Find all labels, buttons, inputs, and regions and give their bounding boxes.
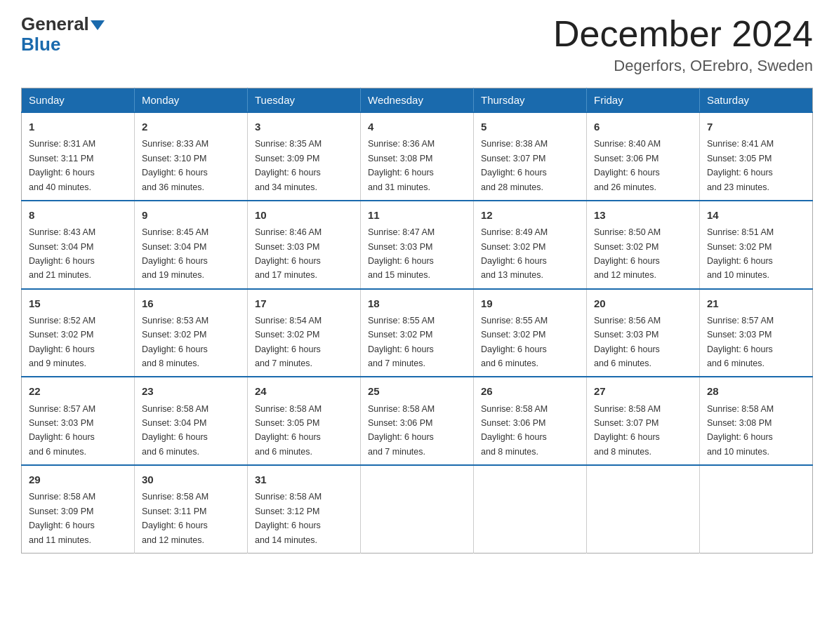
day-info: Sunrise: 8:58 AMSunset: 3:08 PMDaylight:… [707,404,774,457]
day-number: 31 [255,471,353,488]
day-cell: 31 Sunrise: 8:58 AMSunset: 3:12 PMDaylig… [248,465,361,553]
day-info: Sunrise: 8:33 AMSunset: 3:10 PMDaylight:… [142,139,208,192]
day-info: Sunrise: 8:53 AMSunset: 3:02 PMDaylight:… [142,316,208,368]
day-info: Sunrise: 8:49 AMSunset: 3:02 PMDaylight:… [481,227,548,280]
day-cell: 22 Sunrise: 8:57 AMSunset: 3:03 PMDaylig… [22,377,135,465]
header-thursday: Thursday [474,88,587,113]
day-cell [700,465,813,553]
day-cell: 13 Sunrise: 8:50 AMSunset: 3:02 PMDaylig… [587,201,700,289]
day-number: 7 [707,119,805,135]
day-cell: 30 Sunrise: 8:58 AMSunset: 3:11 PMDaylig… [135,465,248,553]
day-info: Sunrise: 8:54 AMSunset: 3:02 PMDaylight:… [255,316,322,368]
day-info: Sunrise: 8:58 AMSunset: 3:06 PMDaylight:… [368,404,435,457]
header-wednesday: Wednesday [361,88,474,113]
day-info: Sunrise: 8:58 AMSunset: 3:07 PMDaylight:… [594,404,661,457]
day-info: Sunrise: 8:55 AMSunset: 3:02 PMDaylight:… [481,316,548,368]
day-number: 5 [481,119,579,135]
header-friday: Friday [587,88,700,113]
day-number: 20 [594,295,692,311]
day-cell: 25 Sunrise: 8:58 AMSunset: 3:06 PMDaylig… [361,377,474,465]
day-number: 4 [368,119,466,135]
day-number: 11 [368,207,466,223]
week-row-1: 1 Sunrise: 8:31 AMSunset: 3:11 PMDayligh… [22,112,813,201]
day-info: Sunrise: 8:58 AMSunset: 3:11 PMDaylight:… [142,492,208,544]
day-info: Sunrise: 8:58 AMSunset: 3:04 PMDaylight:… [142,404,208,457]
day-info: Sunrise: 8:40 AMSunset: 3:06 PMDaylight:… [594,139,661,192]
day-cell: 12 Sunrise: 8:49 AMSunset: 3:02 PMDaylig… [474,201,587,289]
week-row-5: 29 Sunrise: 8:58 AMSunset: 3:09 PMDaylig… [22,465,813,553]
day-cell: 4 Sunrise: 8:36 AMSunset: 3:08 PMDayligh… [361,112,474,201]
day-cell: 8 Sunrise: 8:43 AMSunset: 3:04 PMDayligh… [22,201,135,289]
day-number: 15 [29,295,127,311]
day-cell: 19 Sunrise: 8:55 AMSunset: 3:02 PMDaylig… [474,289,587,377]
logo: General Blue [21,14,105,54]
day-number: 8 [29,207,127,223]
day-info: Sunrise: 8:57 AMSunset: 3:03 PMDaylight:… [29,404,95,457]
header-sunday: Sunday [22,88,135,113]
day-number: 22 [29,383,127,399]
day-number: 6 [594,119,692,135]
month-title: December 2024 [553,14,813,54]
day-info: Sunrise: 8:43 AMSunset: 3:04 PMDaylight:… [29,227,95,280]
day-number: 23 [142,383,240,399]
page-header: General Blue December 2024 Degerfors, OE… [21,14,813,75]
day-cell: 9 Sunrise: 8:45 AMSunset: 3:04 PMDayligh… [135,201,248,289]
day-cell: 23 Sunrise: 8:58 AMSunset: 3:04 PMDaylig… [135,377,248,465]
day-cell: 11 Sunrise: 8:47 AMSunset: 3:03 PMDaylig… [361,201,474,289]
day-number: 26 [481,383,579,399]
day-number: 24 [255,383,353,399]
day-cell: 26 Sunrise: 8:58 AMSunset: 3:06 PMDaylig… [474,377,587,465]
day-cell: 7 Sunrise: 8:41 AMSunset: 3:05 PMDayligh… [700,112,813,201]
day-info: Sunrise: 8:57 AMSunset: 3:03 PMDaylight:… [707,316,774,368]
day-info: Sunrise: 8:35 AMSunset: 3:09 PMDaylight:… [255,139,322,192]
header-tuesday: Tuesday [248,88,361,113]
day-cell: 24 Sunrise: 8:58 AMSunset: 3:05 PMDaylig… [248,377,361,465]
week-row-2: 8 Sunrise: 8:43 AMSunset: 3:04 PMDayligh… [22,201,813,289]
day-info: Sunrise: 8:58 AMSunset: 3:12 PMDaylight:… [255,492,322,544]
day-cell: 27 Sunrise: 8:58 AMSunset: 3:07 PMDaylig… [587,377,700,465]
day-number: 1 [29,119,127,135]
day-info: Sunrise: 8:41 AMSunset: 3:05 PMDaylight:… [707,139,774,192]
day-cell: 21 Sunrise: 8:57 AMSunset: 3:03 PMDaylig… [700,289,813,377]
day-cell: 17 Sunrise: 8:54 AMSunset: 3:02 PMDaylig… [248,289,361,377]
day-number: 30 [142,471,240,488]
location-subtitle: Degerfors, OErebro, Sweden [553,57,813,75]
day-cell [361,465,474,553]
day-cell: 3 Sunrise: 8:35 AMSunset: 3:09 PMDayligh… [248,112,361,201]
day-info: Sunrise: 8:50 AMSunset: 3:02 PMDaylight:… [594,227,661,280]
day-cell [587,465,700,553]
day-info: Sunrise: 8:45 AMSunset: 3:04 PMDaylight:… [142,227,208,280]
day-info: Sunrise: 8:36 AMSunset: 3:08 PMDaylight:… [368,139,435,192]
day-number: 16 [142,295,240,311]
day-number: 3 [255,119,353,135]
header-saturday: Saturday [700,88,813,113]
day-cell: 28 Sunrise: 8:58 AMSunset: 3:08 PMDaylig… [700,377,813,465]
day-cell: 15 Sunrise: 8:52 AMSunset: 3:02 PMDaylig… [22,289,135,377]
logo-general-text: General [21,13,89,34]
logo-blue-text: Blue [21,34,60,55]
day-info: Sunrise: 8:31 AMSunset: 3:11 PMDaylight:… [29,139,95,192]
title-section: December 2024 Degerfors, OErebro, Sweden [553,14,813,75]
header-monday: Monday [135,88,248,113]
day-number: 27 [594,383,692,399]
day-info: Sunrise: 8:52 AMSunset: 3:02 PMDaylight:… [29,316,95,368]
day-cell: 6 Sunrise: 8:40 AMSunset: 3:06 PMDayligh… [587,112,700,201]
day-number: 18 [368,295,466,311]
day-number: 29 [29,471,127,488]
day-number: 28 [707,383,805,399]
day-cell: 20 Sunrise: 8:56 AMSunset: 3:03 PMDaylig… [587,289,700,377]
day-info: Sunrise: 8:51 AMSunset: 3:02 PMDaylight:… [707,227,774,280]
logo-triangle-icon [91,20,105,30]
day-number: 12 [481,207,579,223]
day-number: 21 [707,295,805,311]
day-info: Sunrise: 8:55 AMSunset: 3:02 PMDaylight:… [368,316,435,368]
day-number: 19 [481,295,579,311]
calendar-header-row: SundayMondayTuesdayWednesdayThursdayFrid… [22,88,813,113]
day-info: Sunrise: 8:38 AMSunset: 3:07 PMDaylight:… [481,139,548,192]
day-number: 2 [142,119,240,135]
day-cell: 16 Sunrise: 8:53 AMSunset: 3:02 PMDaylig… [135,289,248,377]
day-number: 25 [368,383,466,399]
day-cell: 29 Sunrise: 8:58 AMSunset: 3:09 PMDaylig… [22,465,135,553]
day-number: 10 [255,207,353,223]
day-cell: 2 Sunrise: 8:33 AMSunset: 3:10 PMDayligh… [135,112,248,201]
